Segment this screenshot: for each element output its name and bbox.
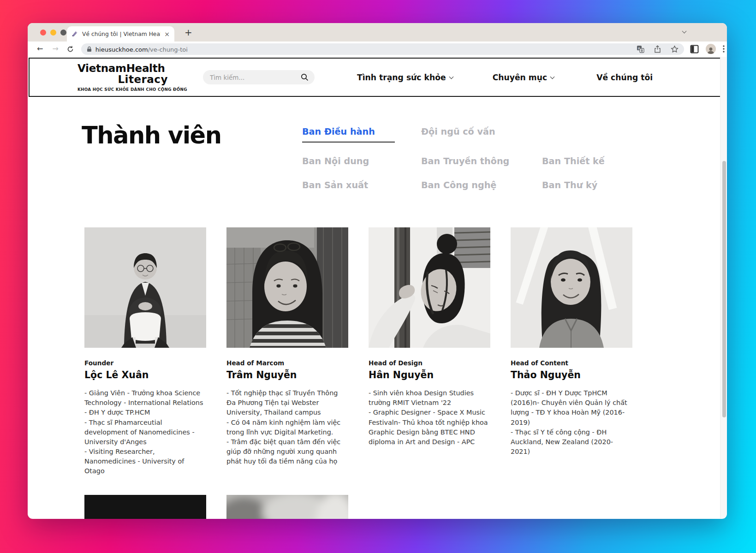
tab-search-chevron-icon[interactable] (682, 29, 687, 34)
member-role: Head of Marcom (226, 359, 348, 367)
translate-icon[interactable]: a (637, 45, 644, 53)
member-photo (84, 227, 206, 348)
traffic-lights (40, 30, 66, 36)
logo-line2: Literacy (77, 74, 168, 85)
logo-tagline: KHOA HỌC SỨC KHỎE DÀNH CHO CỘNG ĐỒNG (77, 87, 168, 92)
tab-doi-ngu-co-van[interactable]: Đội ngũ cố vấn (421, 126, 542, 143)
forward-button[interactable]: → (52, 45, 58, 53)
member-bio: - Giảng Viên - Trưởng khoa Science Techn… (84, 388, 206, 476)
member-name: Thảo Nguyễn (511, 369, 632, 381)
zoom-window-button[interactable] (60, 30, 66, 36)
member-photo (511, 227, 632, 348)
tab-ban-cong-nghe[interactable]: Ban Công nghệ (421, 180, 542, 190)
main-nav: Tình trạng sức khỏe Chuyên mục Về chúng … (357, 73, 653, 82)
nav-item-ve-chung-toi[interactable]: Về chúng tôi (596, 73, 653, 82)
close-window-button[interactable] (40, 30, 46, 36)
sidebar-icon[interactable] (690, 45, 699, 54)
page-title: Thành viên (82, 122, 302, 190)
member-name: Lộc Lê Xuân (84, 369, 206, 381)
tab-grid-spacer (542, 126, 648, 143)
empty-cell (369, 495, 490, 519)
bookmark-star-icon[interactable] (671, 45, 679, 53)
search-icon[interactable] (301, 73, 309, 81)
share-icon[interactable] (654, 45, 661, 53)
toolbar: ← → hieusuckhoe.com/ve-chung-toi a (28, 42, 727, 56)
url-domain: hieusuckhoe.com (95, 46, 148, 53)
member-card: Head of Marcom Trâm Nguyễn - Tốt nghiệp … (226, 227, 348, 476)
favicon-icon (71, 30, 78, 37)
url-path: /ve-chung-toi (148, 46, 188, 53)
lock-icon (87, 46, 92, 52)
member-role: Head of Design (369, 359, 490, 367)
tab-ban-truyen-thong[interactable]: Ban Truyền thông (421, 156, 542, 166)
member-cards-row2: ITH (28, 476, 727, 519)
back-button[interactable]: ← (37, 45, 43, 53)
chevron-down-icon (449, 74, 453, 79)
member-card: Founder Lộc Lê Xuân - Giảng Viên - Trưởn… (84, 227, 206, 476)
tab-ban-dieu-hanh[interactable]: Ban Điều hành (302, 126, 421, 143)
logo-line1: VietnamHealth (77, 63, 168, 74)
close-tab-icon[interactable]: × (164, 31, 170, 37)
new-tab-button[interactable]: + (185, 27, 192, 38)
nav-item-chuyen-muc[interactable]: Chuyên mục (493, 73, 554, 82)
team-tabs: Ban Điều hành Đội ngũ cố vấn Ban Nội dun… (302, 122, 648, 190)
nav-item-tinh-trang-suc-khoe[interactable]: Tình trạng sức khỏe (357, 73, 453, 82)
member-bio: - Tốt nghiệp thạc sĩ Truyền Thông Đa Phư… (226, 388, 348, 466)
site-header: VietnamHealth Literacy KHOA HỌC SỨC KHỎE… (29, 58, 726, 97)
member-role: Head of Content (511, 359, 632, 367)
search-box[interactable] (203, 70, 315, 84)
member-cards: Founder Lộc Lê Xuân - Giảng Viên - Trưởn… (28, 190, 727, 476)
member-name: Hân Nguyễn (369, 369, 490, 381)
page-content: Thành viên Ban Điều hành Đội ngũ cố vấn … (28, 97, 727, 519)
member-photo (226, 227, 348, 348)
tab-ban-thu-ky[interactable]: Ban Thư ký (542, 180, 648, 190)
tab-ban-noi-dung[interactable]: Ban Nội dung (302, 156, 421, 166)
member-photo: ITH (84, 495, 206, 519)
chevron-down-icon (550, 74, 555, 79)
member-photo (226, 495, 348, 519)
tab-title: Về chúng tôi | Vietnam Health L (82, 31, 161, 37)
menu-dots-icon[interactable] (723, 45, 725, 53)
member-card: Head of Design Hân Nguyễn - Sinh viên kh… (369, 227, 490, 476)
profile-avatar[interactable] (706, 44, 716, 54)
tab-ban-thiet-ke[interactable]: Ban Thiết kế (542, 156, 648, 166)
member-photo (369, 227, 490, 348)
minimize-window-button[interactable] (50, 30, 56, 36)
url-bar[interactable]: hieusuckhoe.com/ve-chung-toi a (81, 43, 684, 55)
empty-cell (511, 495, 632, 519)
browser-window: Về chúng tôi | Vietnam Health L × + ← → … (28, 23, 727, 519)
member-name: Trâm Nguyễn (226, 369, 348, 381)
browser-tab[interactable]: Về chúng tôi | Vietnam Health L × (67, 26, 174, 42)
site-logo[interactable]: VietnamHealth Literacy KHOA HỌC SỨC KHỎE… (77, 63, 168, 92)
search-input[interactable] (209, 73, 301, 82)
member-card: Head of Content Thảo Nguyễn - Dược sĩ - … (511, 227, 632, 476)
member-role: Founder (84, 359, 206, 367)
member-bio: - Sinh viên khoa Design Studies trường R… (369, 388, 490, 447)
reload-button[interactable] (67, 46, 74, 53)
scrollbar-thumb[interactable] (722, 161, 726, 417)
tab-ban-san-xuat[interactable]: Ban Sản xuất (302, 180, 421, 190)
tab-strip: Về chúng tôi | Vietnam Health L × + (28, 23, 727, 42)
member-bio: - Dược sĩ - ĐH Y Dược TpHCM (2016)n- Chu… (511, 388, 632, 457)
